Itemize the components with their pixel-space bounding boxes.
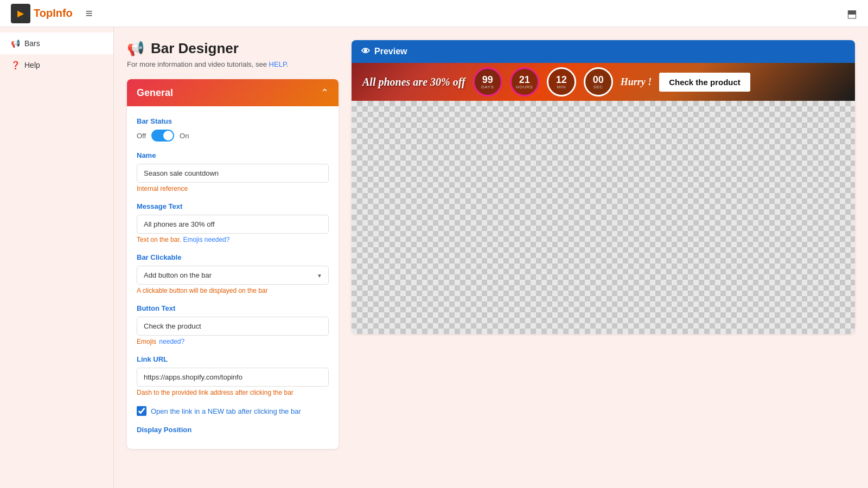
page-header: 📢 Bar Designer bbox=[127, 40, 339, 57]
bar-message: All phones are 30% off bbox=[362, 76, 465, 88]
bar-status-group: Bar Status Off On bbox=[137, 117, 329, 142]
on-label: On bbox=[180, 132, 189, 140]
off-label: Off bbox=[137, 132, 146, 140]
bar-clickable-select[interactable]: Add button on the bar Make whole bar cli… bbox=[137, 266, 329, 285]
button-text-label: Button Text bbox=[137, 304, 329, 312]
countdown-hours-label: HOURS bbox=[516, 85, 533, 89]
name-input[interactable] bbox=[137, 164, 329, 183]
toggle-switch[interactable] bbox=[151, 130, 174, 142]
link-url-input[interactable] bbox=[137, 368, 329, 387]
page-subtitle: For more information and video tutorials… bbox=[127, 60, 339, 68]
new-tab-checkbox[interactable] bbox=[137, 406, 146, 416]
page-title-icon: 📢 bbox=[127, 40, 144, 57]
name-group: Name Internal reference bbox=[137, 151, 329, 192]
collapse-icon[interactable]: ⌃ bbox=[321, 87, 329, 99]
bars-icon: 📢 bbox=[11, 39, 20, 48]
sidebar-item-bars[interactable]: 📢 Bars bbox=[0, 33, 113, 54]
sidebar-item-bars-label: Bars bbox=[24, 39, 40, 48]
new-tab-group: Open the link in a NEW tab after clickin… bbox=[137, 406, 329, 416]
preview-panel: 👁 Preview All phones are 30% off 99 DAYS bbox=[352, 40, 855, 475]
logo-text: TopInfo bbox=[34, 7, 73, 20]
form-panel: 📢 Bar Designer For more information and … bbox=[127, 40, 339, 475]
preview-header: 👁 Preview bbox=[352, 40, 855, 63]
bar-clickable-label: Bar Clickable bbox=[137, 253, 329, 261]
countdown-hours-value: 21 bbox=[519, 75, 530, 85]
countdown-days-value: 99 bbox=[482, 75, 493, 85]
sidebar: 📢 Bars ❓ Help bbox=[0, 27, 114, 488]
sidebar-item-help-label: Help bbox=[24, 61, 40, 69]
bar-status-label: Bar Status bbox=[137, 117, 329, 125]
general-card-header: General ⌃ bbox=[127, 79, 339, 106]
help-icon: ❓ bbox=[11, 61, 20, 69]
button-text-group: Button Text Emojis needed? bbox=[137, 304, 329, 345]
button-text-input[interactable] bbox=[137, 317, 329, 336]
display-position-group: Display Position bbox=[137, 426, 329, 434]
hamburger-icon[interactable]: ≡ bbox=[86, 7, 93, 21]
preview-eye-icon: 👁 bbox=[361, 47, 370, 56]
link-url-hint: Dash to the provided link address after … bbox=[137, 389, 329, 396]
message-text-hint: Text on the bar. Emojis needed? bbox=[137, 236, 329, 243]
general-card-body: Bar Status Off On Name Inter bbox=[127, 106, 339, 449]
logo-icon: ▶ bbox=[11, 4, 30, 23]
countdown-min-value: 12 bbox=[556, 75, 567, 85]
message-text-group: Message Text Text on the bar. Emojis nee… bbox=[137, 202, 329, 243]
preview-title: Preview bbox=[374, 47, 407, 56]
general-title: General bbox=[137, 87, 173, 99]
countdown-days-label: DAYS bbox=[481, 85, 494, 89]
help-link[interactable]: HELP bbox=[269, 60, 286, 68]
bar-clickable-hint: A clickable button will be displayed on … bbox=[137, 287, 329, 294]
new-tab-row[interactable]: Open the link in a NEW tab after clickin… bbox=[137, 406, 329, 416]
general-card: General ⌃ Bar Status Off On bbox=[127, 79, 339, 449]
bar-hurry-text: Hurry ! bbox=[621, 76, 652, 88]
sidebar-item-help[interactable]: ❓ Help bbox=[0, 54, 113, 76]
countdown-min-label: MIN bbox=[557, 85, 566, 89]
message-text-label: Message Text bbox=[137, 202, 329, 210]
export-icon[interactable]: ⬒ bbox=[847, 7, 857, 20]
message-emojis-link[interactable]: Emojis needed? bbox=[183, 236, 229, 243]
preview-canvas bbox=[352, 101, 855, 334]
content-area: 📢 Bar Designer For more information and … bbox=[114, 27, 868, 488]
preview-container: 👁 Preview All phones are 30% off 99 DAYS bbox=[352, 40, 855, 334]
button-emojis-link[interactable]: needed? bbox=[159, 338, 184, 345]
countdown-min: 12 MIN bbox=[547, 67, 576, 97]
countdown-hours: 21 HOURS bbox=[510, 67, 539, 97]
link-url-label: Link URL bbox=[137, 355, 329, 363]
countdown-days: 99 DAYS bbox=[473, 67, 502, 97]
countdown-sec: 00 SEC bbox=[584, 67, 613, 97]
link-url-group: Link URL Dash to the provided link addre… bbox=[137, 355, 329, 396]
bar-cta-button[interactable]: Check the product bbox=[659, 73, 750, 92]
new-tab-label: Open the link in a NEW tab after clickin… bbox=[151, 407, 301, 415]
page-title: Bar Designer bbox=[151, 40, 239, 57]
toggle-row: Off On bbox=[137, 130, 329, 142]
name-label: Name bbox=[137, 151, 329, 159]
name-hint: Internal reference bbox=[137, 185, 329, 192]
bar-clickable-group: Bar Clickable Add button on the bar Make… bbox=[137, 253, 329, 294]
logo: ▶ TopInfo bbox=[11, 4, 73, 23]
announcement-bar: All phones are 30% off 99 DAYS 21 HOURS bbox=[352, 63, 855, 101]
countdown-sec-value: 00 bbox=[593, 75, 604, 85]
display-position-label: Display Position bbox=[137, 426, 329, 434]
countdown-sec-label: SEC bbox=[593, 85, 603, 89]
button-text-hint: Emojis needed? bbox=[137, 338, 329, 345]
message-text-input[interactable] bbox=[137, 215, 329, 234]
